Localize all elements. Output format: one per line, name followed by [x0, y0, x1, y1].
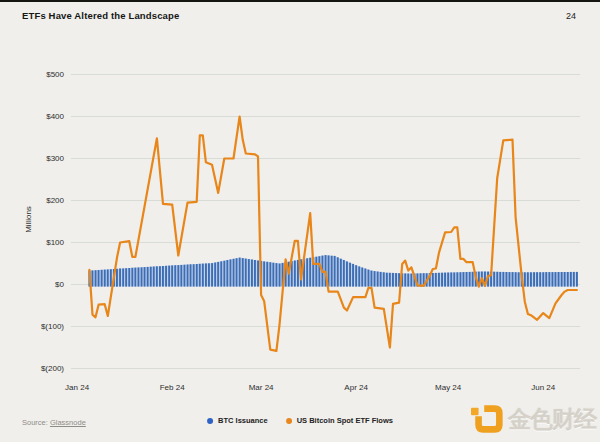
btc-issuance-bar: [242, 258, 244, 287]
btc-issuance-bar: [297, 260, 299, 287]
legend-dot-btc-issuance: [207, 418, 213, 424]
btc-issuance-bar: [199, 264, 201, 287]
jinse-logo-icon: [471, 402, 505, 436]
btc-issuance-bar: [432, 273, 434, 287]
btc-issuance-bar: [447, 273, 449, 287]
jinse-watermark-text: 金色财经: [508, 404, 596, 435]
btc-issuance-bar: [226, 260, 228, 287]
btc-issuance-bar: [211, 263, 213, 287]
btc-issuance-bar: [306, 258, 308, 286]
btc-issuance-bar: [441, 273, 443, 287]
btc-issuance-bar: [208, 263, 210, 286]
btc-issuance-bar: [404, 273, 406, 286]
x-tick-label: Feb 24: [160, 383, 185, 392]
y-tick-label: $100: [46, 238, 64, 247]
btc-issuance-bar: [536, 272, 538, 286]
btc-issuance-bar: [570, 272, 572, 287]
btc-issuance-bar: [524, 272, 526, 286]
btc-issuance-bar: [144, 267, 146, 287]
btc-issuance-bar: [309, 258, 311, 287]
btc-issuance-bar: [371, 271, 373, 287]
btc-issuance-bar: [294, 261, 296, 287]
btc-issuance-bar: [162, 266, 164, 287]
btc-issuance-bar: [502, 272, 504, 287]
btc-issuance-bar: [269, 262, 271, 286]
btc-issuance-bar: [168, 266, 170, 287]
btc-issuance-bar: [374, 271, 376, 287]
btc-issuance-bar: [545, 272, 547, 287]
btc-issuance-bar: [266, 262, 268, 287]
btc-issuance-bar: [389, 273, 391, 287]
btc-issuance-bar: [159, 266, 161, 286]
btc-issuance-bar: [368, 270, 370, 287]
btc-issuance-bar: [272, 263, 274, 287]
btc-issuance-bar: [184, 265, 186, 287]
btc-issuance-bar: [493, 272, 495, 287]
btc-issuance-bar: [515, 272, 517, 286]
btc-issuance-bar: [233, 259, 235, 287]
btc-issuance-bar: [318, 256, 320, 287]
btc-issuance-bar: [337, 257, 339, 286]
y-tick-label: $(200): [41, 364, 64, 373]
jinse-watermark: 金色财经: [471, 402, 596, 436]
btc-issuance-bar: [334, 256, 336, 287]
x-tick-label: Jun 24: [531, 383, 556, 392]
x-tick-label: Mar 24: [249, 383, 274, 392]
btc-issuance-bar: [466, 272, 468, 287]
y-tick-label: $(100): [41, 322, 64, 331]
btc-issuance-bar: [251, 260, 253, 287]
btc-issuance-bar: [202, 264, 204, 287]
btc-issuance-bar: [527, 272, 529, 286]
btc-issuance-bar: [245, 259, 247, 287]
btc-issuance-bar: [361, 268, 363, 287]
btc-issuance-bar: [122, 268, 124, 286]
etf-flows-line: [89, 117, 577, 351]
btc-issuance-bar: [573, 272, 575, 287]
btc-issuance-bar: [509, 272, 511, 287]
btc-issuance-bar: [196, 264, 198, 287]
btc-issuance-bar: [248, 259, 250, 287]
btc-issuance-bar: [352, 264, 354, 287]
btc-issuance-bar: [552, 272, 554, 287]
y-tick-label: $300: [46, 154, 64, 163]
btc-issuance-bar: [119, 269, 121, 287]
btc-issuance-bar: [257, 261, 259, 287]
btc-issuance-bar: [576, 272, 578, 287]
btc-issuance-bar: [98, 270, 100, 287]
btc-issuance-bar: [217, 262, 219, 287]
btc-issuance-bar: [558, 272, 560, 287]
btc-issuance-bar: [410, 274, 412, 287]
btc-issuance-bar: [138, 267, 140, 286]
btc-issuance-bar: [171, 265, 173, 286]
btc-issuance-bar: [564, 272, 566, 287]
btc-issuance-bar: [205, 263, 207, 286]
btc-issuance-bar: [150, 267, 152, 287]
btc-issuance-bar: [187, 265, 189, 287]
btc-issuance-bar: [472, 272, 474, 287]
y-tick-label: $200: [46, 196, 64, 205]
btc-issuance-bar: [174, 265, 176, 286]
y-tick-label: $400: [46, 112, 64, 121]
btc-issuance-bar: [496, 272, 498, 287]
source-credit: Source: Glassnode: [22, 418, 86, 427]
btc-issuance-bar: [223, 261, 225, 287]
chart-legend: BTC Issuance US Bitcoin Spot ETF Flows: [207, 416, 393, 425]
btc-issuance-bar: [220, 261, 222, 286]
btc-issuance-bar: [518, 272, 520, 286]
x-tick-label: Apr 24: [344, 383, 368, 392]
btc-issuance-bar: [190, 264, 192, 286]
btc-issuance-bar: [141, 267, 143, 286]
source-link[interactable]: Glassnode: [50, 418, 86, 427]
btc-issuance-bar: [358, 266, 360, 286]
btc-issuance-bar: [279, 264, 281, 287]
btc-issuance-bar: [239, 258, 241, 287]
btc-issuance-bar: [180, 265, 182, 287]
legend-label-btc-issuance: BTC Issuance: [218, 416, 268, 425]
legend-label-etf-flows: US Bitcoin Spot ETF Flows: [297, 416, 393, 425]
btc-issuance-bar: [128, 268, 130, 287]
btc-issuance-bar: [548, 272, 550, 287]
btc-issuance-bar: [377, 272, 379, 287]
btc-issuance-bar: [147, 267, 149, 287]
btc-issuance-bar: [331, 256, 333, 287]
btc-issuance-bar: [125, 268, 127, 286]
